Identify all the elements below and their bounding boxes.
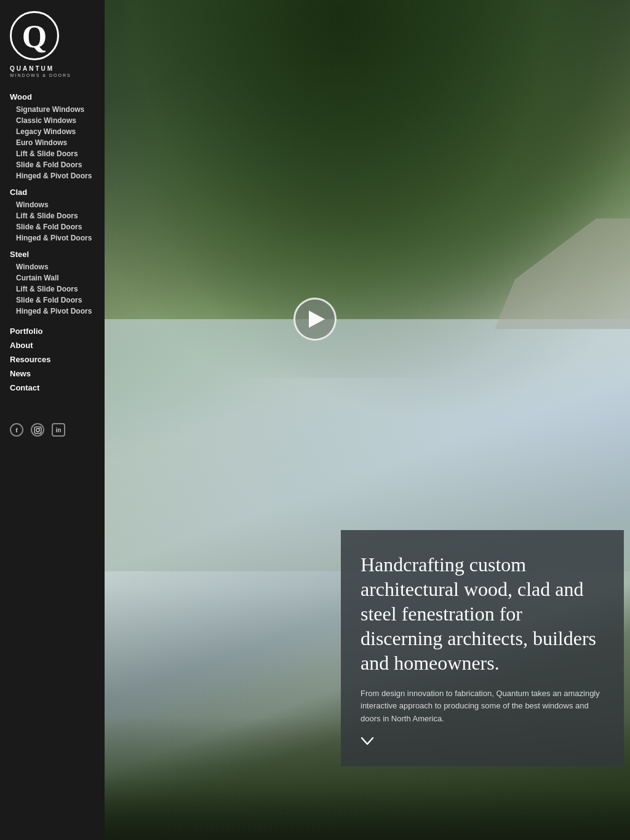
- svg-point-2: [39, 427, 39, 428]
- play-button[interactable]: [293, 298, 337, 341]
- nav-item-wood-lift-slide[interactable]: Lift & Slide Doors: [0, 148, 105, 159]
- linkedin-icon[interactable]: in: [52, 423, 65, 437]
- nav-item-steel-hinged-pivot[interactable]: Hinged & Pivot Doors: [0, 306, 105, 317]
- logo-area: Q QUANTUM WINDOWS & DOORS: [0, 0, 105, 86]
- nav-item-portfolio[interactable]: Portfolio: [0, 324, 105, 338]
- scroll-arrow[interactable]: [361, 734, 604, 748]
- nav-item-news[interactable]: News: [0, 367, 105, 381]
- facebook-icon[interactable]: f: [10, 423, 23, 437]
- nav-item-wood-slide-fold[interactable]: Slide & Fold Doors: [0, 159, 105, 170]
- nav-section-wood: Wood: [0, 86, 105, 104]
- nav-item-clad-slide-fold[interactable]: Slide & Fold Doors: [0, 221, 105, 232]
- sidebar: Q QUANTUM WINDOWS & DOORS Wood Signature…: [0, 0, 105, 840]
- nav-item-euro-windows[interactable]: Euro Windows: [0, 137, 105, 148]
- nav-item-classic-windows[interactable]: Classic Windows: [0, 115, 105, 126]
- logo-letter: Q: [22, 21, 47, 53]
- nav-item-clad-lift-slide[interactable]: Lift & Slide Doors: [0, 210, 105, 221]
- text-overlay-box: Handcrafting custom architectural wood, …: [341, 530, 624, 766]
- nav-item-steel-windows[interactable]: Windows: [0, 261, 105, 272]
- main-content: Handcrafting custom architectural wood, …: [105, 0, 630, 840]
- nav-item-resources[interactable]: Resources: [0, 352, 105, 367]
- svg-point-1: [36, 428, 39, 431]
- chevron-down-icon[interactable]: [361, 734, 374, 748]
- nav-item-curtain-wall[interactable]: Curtain Wall: [0, 272, 105, 283]
- nav-item-clad-hinged-pivot[interactable]: Hinged & Pivot Doors: [0, 232, 105, 244]
- nav-item-clad-windows[interactable]: Windows: [0, 199, 105, 210]
- brand-name: QUANTUM: [10, 65, 54, 72]
- play-icon: [309, 311, 325, 328]
- svg-rect-0: [34, 427, 41, 434]
- nav-item-legacy-windows[interactable]: Legacy Windows: [0, 126, 105, 137]
- nav-item-steel-lift-slide[interactable]: Lift & Slide Doors: [0, 283, 105, 295]
- main-headline: Handcrafting custom architectural wood, …: [361, 552, 604, 675]
- nav-item-about[interactable]: About: [0, 338, 105, 352]
- nav-section-steel: Steel: [0, 244, 105, 261]
- instagram-icon[interactable]: [31, 423, 44, 437]
- social-bar: f in: [0, 413, 105, 442]
- nav-item-signature-windows[interactable]: Signature Windows: [0, 104, 105, 115]
- brand-sub: WINDOWS & DOORS: [10, 73, 71, 77]
- nav-item-wood-hinged-pivot[interactable]: Hinged & Pivot Doors: [0, 170, 105, 181]
- nav-section-clad: Clad: [0, 181, 105, 199]
- nav-item-contact[interactable]: Contact: [0, 381, 105, 395]
- logo-circle[interactable]: Q: [10, 11, 59, 60]
- nav-item-steel-slide-fold[interactable]: Slide & Fold Doors: [0, 295, 105, 306]
- main-subtext: From design innovation to fabrication, Q…: [361, 687, 604, 726]
